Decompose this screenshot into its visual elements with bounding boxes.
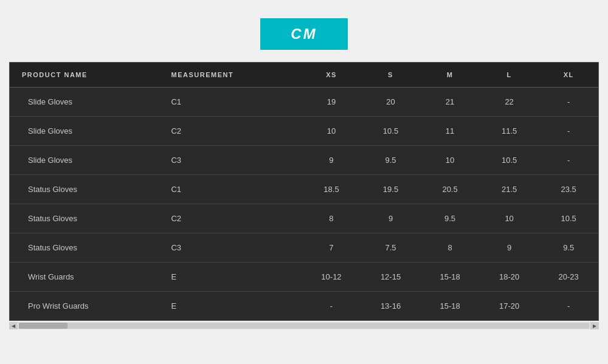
cell-m: 9.5 [420,204,480,233]
cell-s: 9.5 [361,146,421,175]
cell-xl: - [539,88,598,117]
col-header-s: S [361,63,421,88]
cm-badge-container: CM [260,18,347,50]
table-scroll-area[interactable]: PRODUCT NAME MEASUREMENT XS S M L XL Sli… [10,63,598,320]
table-header-row: PRODUCT NAME MEASUREMENT XS S M L XL [10,63,598,88]
cell-xs: 19 [302,88,361,117]
cell-product_name: Status Gloves [10,175,165,204]
cell-l: 22 [480,88,539,117]
cell-l: 18-20 [480,263,539,292]
scroll-track[interactable] [19,323,589,329]
cell-m: 11 [420,117,480,146]
cell-measurement: E [165,292,302,321]
cell-s: 12-15 [361,263,421,292]
cell-product_name: Slide Gloves [10,146,165,175]
cell-xs: 10 [302,117,361,146]
cell-product_name: Wrist Guards [10,263,165,292]
cell-m: 8 [420,233,480,263]
scroll-right-arrow[interactable]: ▶ [590,322,599,329]
cell-product_name: Status Gloves [10,233,165,263]
table-outer-container: PRODUCT NAME MEASUREMENT XS S M L XL Sli… [9,62,599,329]
horizontal-scrollbar[interactable]: ◀ ▶ [9,322,599,329]
col-header-measurement: MEASUREMENT [165,63,302,88]
cell-m: 10 [420,146,480,175]
cell-m: 20.5 [420,175,480,204]
cell-l: 10 [480,204,539,233]
cell-l: 21.5 [480,175,539,204]
cm-badge: CM [260,18,347,50]
table-row: Slide GlovesC21010.51111.5- [10,117,598,146]
cell-xl: - [539,117,598,146]
cell-s: 9 [361,204,421,233]
col-header-xl: XL [539,63,598,88]
cell-m: 15-18 [420,292,480,321]
cell-xs: 9 [302,146,361,175]
cm-badge-text: CM [291,26,317,43]
table-row: Status GlovesC2899.51010.5 [10,204,598,233]
cell-product_name: Pro Wrist Guards [10,292,165,321]
cell-s: 20 [361,88,421,117]
table-row: Status GlovesC118.519.520.521.523.5 [10,175,598,204]
cell-xl: 20-23 [539,263,598,292]
col-header-xs: XS [302,63,361,88]
cell-s: 7.5 [361,233,421,263]
cell-product_name: Slide Gloves [10,117,165,146]
table-row: Pro Wrist GuardsE-13-1615-1817-20- [10,292,598,321]
cell-measurement: C2 [165,117,302,146]
cell-measurement: C2 [165,204,302,233]
col-header-l: L [480,63,539,88]
cell-xs: 18.5 [302,175,361,204]
table-row: Slide GlovesC119202122- [10,88,598,117]
cell-measurement: C3 [165,233,302,263]
cell-s: 19.5 [361,175,421,204]
cell-xl: - [539,292,598,321]
col-header-m: M [420,63,480,88]
cell-measurement: C3 [165,146,302,175]
cell-xl: 9.5 [539,233,598,263]
cell-s: 13-16 [361,292,421,321]
table-row: Wrist GuardsE10-1212-1515-1818-2020-23 [10,263,598,292]
cell-m: 15-18 [420,263,480,292]
cell-product_name: Slide Gloves [10,88,165,117]
cell-xs: 8 [302,204,361,233]
cell-measurement: E [165,263,302,292]
cell-measurement: C1 [165,88,302,117]
cell-l: 11.5 [480,117,539,146]
cell-l: 17-20 [480,292,539,321]
cell-l: 10.5 [480,146,539,175]
cell-l: 9 [480,233,539,263]
cell-xl: 23.5 [539,175,598,204]
size-chart-table: PRODUCT NAME MEASUREMENT XS S M L XL Sli… [10,63,598,320]
table-row: Status GlovesC377.5899.5 [10,233,598,263]
cell-s: 10.5 [361,117,421,146]
scroll-thumb[interactable] [19,323,67,329]
cell-xs: 7 [302,233,361,263]
table-wrapper: PRODUCT NAME MEASUREMENT XS S M L XL Sli… [9,62,599,321]
cell-measurement: C1 [165,175,302,204]
cell-m: 21 [420,88,480,117]
cell-xl: 10.5 [539,204,598,233]
scroll-left-arrow[interactable]: ◀ [9,322,18,329]
cell-product_name: Status Gloves [10,204,165,233]
col-header-product-name: PRODUCT NAME [10,63,165,88]
table-row: Slide GlovesC399.51010.5- [10,146,598,175]
cell-xl: - [539,146,598,175]
cell-xs: 10-12 [302,263,361,292]
cell-xs: - [302,292,361,321]
